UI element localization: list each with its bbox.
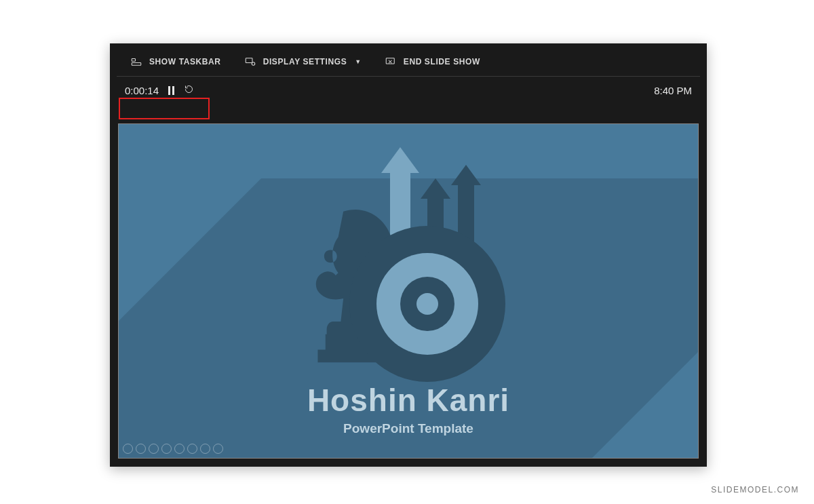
- reset-timer-button[interactable]: [184, 84, 194, 96]
- current-time: 8:40 PM: [654, 85, 692, 96]
- credit-watermark: SLIDEMODEL.COM: [711, 485, 799, 495]
- end-show-icon: [385, 56, 397, 68]
- target-icon: [349, 226, 505, 382]
- svg-point-3: [252, 62, 255, 66]
- svg-rect-2: [246, 58, 252, 63]
- presenter-view-window: SHOW TASKBAR DISPLAY SETTINGS ▼ END SLID…: [110, 43, 707, 467]
- slide-title: Hoshin Kanri: [119, 382, 698, 419]
- show-taskbar-button[interactable]: SHOW TASKBAR: [130, 56, 221, 68]
- slide-subtitle: PowerPoint Template: [119, 421, 698, 436]
- dropdown-arrow-icon: ▼: [355, 58, 362, 65]
- svg-rect-4: [386, 58, 394, 64]
- display-settings-icon: [244, 56, 256, 68]
- slide-preview[interactable]: Hoshin Kanri PowerPoint Template: [118, 123, 699, 459]
- end-slide-show-label: END SLIDE SHOW: [404, 57, 480, 66]
- pause-button[interactable]: [168, 86, 174, 95]
- timer-controls: 0:00:14: [125, 84, 194, 96]
- svg-rect-0: [132, 63, 141, 66]
- display-settings-button[interactable]: DISPLAY SETTINGS ▼: [244, 56, 362, 68]
- end-slide-show-button[interactable]: END SLIDE SHOW: [385, 56, 480, 68]
- timer-row: 0:00:14 8:40 PM: [110, 77, 707, 104]
- slide-mini-controls[interactable]: [123, 444, 223, 454]
- slide-canvas: Hoshin Kanri PowerPoint Template: [119, 124, 698, 458]
- presenter-toolbar: SHOW TASKBAR DISPLAY SETTINGS ▼ END SLID…: [117, 47, 700, 77]
- elapsed-time: 0:00:14: [125, 85, 159, 96]
- show-taskbar-label: SHOW TASKBAR: [149, 57, 221, 66]
- taskbar-icon: [130, 56, 142, 68]
- svg-rect-1: [132, 59, 135, 62]
- display-settings-label: DISPLAY SETTINGS: [263, 57, 347, 66]
